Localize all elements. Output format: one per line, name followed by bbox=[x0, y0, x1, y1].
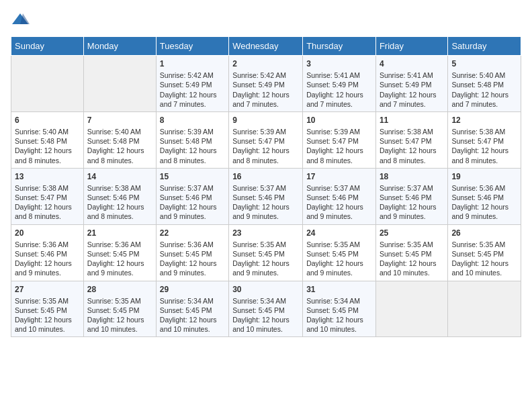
daylight-text: Daylight: 12 hours and 10 minutes. bbox=[87, 315, 152, 334]
sunrise-text: Sunrise: 5:36 AM bbox=[87, 240, 152, 249]
sunset-text: Sunset: 5:49 PM bbox=[160, 80, 225, 89]
calendar-table: SundayMondayTuesdayWednesdayThursdayFrid… bbox=[11, 36, 521, 337]
day-number: 16 bbox=[232, 171, 299, 182]
sunrise-text: Sunrise: 5:34 AM bbox=[232, 296, 299, 306]
sunset-text: Sunset: 5:46 PM bbox=[232, 193, 299, 202]
daylight-text: Daylight: 12 hours and 7 minutes. bbox=[380, 90, 445, 109]
sunrise-text: Sunrise: 5:40 AM bbox=[87, 127, 152, 136]
day-number: 22 bbox=[160, 228, 225, 238]
sunset-text: Sunset: 5:49 PM bbox=[306, 80, 372, 89]
day-number: 3 bbox=[306, 58, 372, 69]
daylight-text: Daylight: 12 hours and 9 minutes. bbox=[451, 202, 517, 221]
header-wednesday: Wednesday bbox=[229, 37, 303, 56]
sunset-text: Sunset: 5:47 PM bbox=[232, 136, 299, 146]
calendar-week-row: 20Sunrise: 5:36 AMSunset: 5:46 PMDayligh… bbox=[11, 224, 521, 281]
sunrise-text: Sunrise: 5:39 AM bbox=[232, 127, 299, 136]
sunrise-text: Sunrise: 5:36 AM bbox=[160, 240, 225, 249]
calendar-cell: 31Sunrise: 5:34 AMSunset: 5:45 PMDayligh… bbox=[303, 281, 376, 337]
calendar-cell: 10Sunrise: 5:39 AMSunset: 5:47 PMDayligh… bbox=[303, 111, 376, 168]
header-tuesday: Tuesday bbox=[156, 37, 228, 56]
calendar-cell: 14Sunrise: 5:38 AMSunset: 5:46 PMDayligh… bbox=[83, 168, 156, 224]
calendar-cell bbox=[83, 56, 156, 112]
daylight-text: Daylight: 12 hours and 9 minutes. bbox=[232, 202, 299, 221]
page-header bbox=[11, 11, 521, 30]
sunrise-text: Sunrise: 5:41 AM bbox=[306, 71, 372, 80]
sunset-text: Sunset: 5:48 PM bbox=[451, 80, 517, 89]
day-number: 12 bbox=[451, 115, 517, 126]
day-number: 27 bbox=[15, 284, 80, 295]
daylight-text: Daylight: 12 hours and 7 minutes. bbox=[232, 90, 299, 109]
sunset-text: Sunset: 5:45 PM bbox=[87, 306, 152, 315]
calendar-cell: 25Sunrise: 5:35 AMSunset: 5:45 PMDayligh… bbox=[375, 224, 448, 281]
day-number: 14 bbox=[87, 171, 152, 182]
day-number: 30 bbox=[232, 284, 299, 295]
sunrise-text: Sunrise: 5:35 AM bbox=[232, 240, 299, 249]
sunrise-text: Sunrise: 5:38 AM bbox=[87, 183, 152, 193]
daylight-text: Daylight: 12 hours and 8 minutes. bbox=[232, 146, 299, 165]
calendar-cell: 28Sunrise: 5:35 AMSunset: 5:45 PMDayligh… bbox=[83, 281, 156, 337]
daylight-text: Daylight: 12 hours and 9 minutes. bbox=[380, 202, 445, 221]
sunrise-text: Sunrise: 5:37 AM bbox=[306, 183, 372, 193]
daylight-text: Daylight: 12 hours and 8 minutes. bbox=[160, 146, 225, 165]
sunset-text: Sunset: 5:45 PM bbox=[232, 306, 299, 315]
sunset-text: Sunset: 5:47 PM bbox=[306, 136, 372, 146]
sunrise-text: Sunrise: 5:35 AM bbox=[15, 296, 80, 306]
daylight-text: Daylight: 12 hours and 9 minutes. bbox=[160, 202, 225, 221]
daylight-text: Daylight: 12 hours and 8 minutes. bbox=[380, 146, 445, 165]
calendar-cell: 18Sunrise: 5:37 AMSunset: 5:46 PMDayligh… bbox=[375, 168, 448, 224]
sunrise-text: Sunrise: 5:36 AM bbox=[15, 240, 80, 249]
calendar-cell: 30Sunrise: 5:34 AMSunset: 5:45 PMDayligh… bbox=[229, 281, 303, 337]
sunrise-text: Sunrise: 5:38 AM bbox=[380, 127, 445, 136]
day-number: 6 bbox=[15, 115, 80, 126]
calendar-cell bbox=[11, 56, 84, 112]
daylight-text: Daylight: 12 hours and 10 minutes. bbox=[306, 315, 372, 334]
daylight-text: Daylight: 12 hours and 10 minutes. bbox=[232, 315, 299, 334]
calendar-cell: 24Sunrise: 5:35 AMSunset: 5:45 PMDayligh… bbox=[303, 224, 376, 281]
sunset-text: Sunset: 5:45 PM bbox=[306, 306, 372, 315]
daylight-text: Daylight: 12 hours and 7 minutes. bbox=[306, 90, 372, 109]
sunrise-text: Sunrise: 5:37 AM bbox=[160, 183, 225, 193]
sunrise-text: Sunrise: 5:35 AM bbox=[87, 296, 152, 306]
calendar-cell: 2Sunrise: 5:42 AMSunset: 5:49 PMDaylight… bbox=[229, 56, 303, 112]
calendar-cell: 16Sunrise: 5:37 AMSunset: 5:46 PMDayligh… bbox=[229, 168, 303, 224]
day-number: 8 bbox=[160, 115, 225, 126]
day-number: 10 bbox=[306, 115, 372, 126]
sunset-text: Sunset: 5:48 PM bbox=[160, 136, 225, 146]
daylight-text: Daylight: 12 hours and 8 minutes. bbox=[87, 146, 152, 165]
sunset-text: Sunset: 5:47 PM bbox=[451, 136, 517, 146]
logo bbox=[11, 11, 32, 30]
day-number: 5 bbox=[451, 58, 517, 69]
sunrise-text: Sunrise: 5:41 AM bbox=[380, 71, 445, 80]
daylight-text: Daylight: 12 hours and 10 minutes. bbox=[380, 259, 445, 277]
sunrise-text: Sunrise: 5:35 AM bbox=[451, 240, 517, 249]
calendar-week-row: 13Sunrise: 5:38 AMSunset: 5:47 PMDayligh… bbox=[11, 168, 521, 224]
daylight-text: Daylight: 12 hours and 8 minutes. bbox=[15, 146, 80, 165]
daylight-text: Daylight: 12 hours and 8 minutes. bbox=[306, 146, 372, 165]
calendar-cell: 17Sunrise: 5:37 AMSunset: 5:46 PMDayligh… bbox=[303, 168, 376, 224]
sunrise-text: Sunrise: 5:40 AM bbox=[451, 71, 517, 80]
daylight-text: Daylight: 12 hours and 9 minutes. bbox=[306, 202, 372, 221]
day-number: 31 bbox=[306, 284, 372, 295]
day-number: 24 bbox=[306, 228, 372, 238]
sunrise-text: Sunrise: 5:40 AM bbox=[15, 127, 80, 136]
sunset-text: Sunset: 5:45 PM bbox=[380, 249, 445, 259]
sunset-text: Sunset: 5:49 PM bbox=[380, 80, 445, 89]
sunrise-text: Sunrise: 5:34 AM bbox=[160, 296, 225, 306]
sunset-text: Sunset: 5:45 PM bbox=[306, 249, 372, 259]
header-thursday: Thursday bbox=[303, 37, 376, 56]
sunset-text: Sunset: 5:49 PM bbox=[232, 80, 299, 89]
header-monday: Monday bbox=[83, 37, 156, 56]
day-number: 20 bbox=[15, 228, 80, 238]
sunset-text: Sunset: 5:45 PM bbox=[232, 249, 299, 259]
calendar-cell: 15Sunrise: 5:37 AMSunset: 5:46 PMDayligh… bbox=[156, 168, 228, 224]
sunset-text: Sunset: 5:48 PM bbox=[87, 136, 152, 146]
calendar-cell: 22Sunrise: 5:36 AMSunset: 5:45 PMDayligh… bbox=[156, 224, 228, 281]
day-number: 21 bbox=[87, 228, 152, 238]
sunset-text: Sunset: 5:46 PM bbox=[87, 193, 152, 202]
day-number: 28 bbox=[87, 284, 152, 295]
day-number: 13 bbox=[15, 171, 80, 182]
sunset-text: Sunset: 5:47 PM bbox=[15, 193, 80, 202]
sunset-text: Sunset: 5:46 PM bbox=[160, 193, 225, 202]
calendar-cell: 5Sunrise: 5:40 AMSunset: 5:48 PMDaylight… bbox=[448, 56, 521, 112]
daylight-text: Daylight: 12 hours and 8 minutes. bbox=[87, 202, 152, 221]
